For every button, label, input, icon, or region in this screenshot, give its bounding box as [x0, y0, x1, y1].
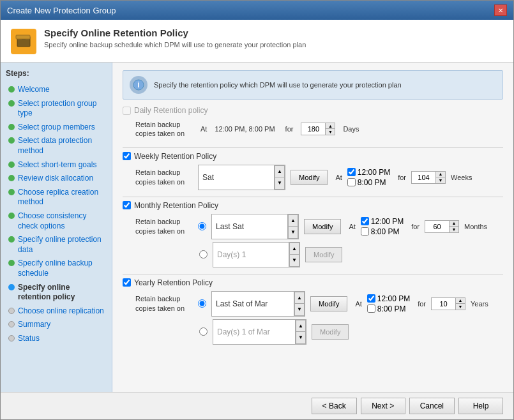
sidebar-item-label: Choose consistency check options	[18, 211, 104, 231]
sidebar-item-group-members[interactable]: Select group members	[6, 121, 107, 135]
back-button[interactable]: < Back	[312, 398, 357, 414]
content-info-text: Specify the retention policy which DPM w…	[154, 81, 402, 89]
dot-icon	[8, 100, 15, 107]
yearly-retention-checkbox[interactable]	[123, 278, 131, 287]
monthly-radio1[interactable]	[198, 222, 206, 230]
daily-days-down[interactable]: ▼	[325, 129, 335, 135]
weekly-retention-checkbox[interactable]	[123, 152, 131, 160]
daily-retain-label: Retain backup copies taken on	[135, 120, 193, 139]
sidebar-item-online-replication[interactable]: Choose online replication	[6, 304, 107, 319]
info-icon: i	[130, 76, 147, 94]
daily-at-label: At	[200, 125, 207, 133]
monthly-select1-value[interactable]: Last Sat	[211, 214, 288, 239]
sidebar-item-summary[interactable]: Summary	[6, 318, 107, 332]
yearly-select1-value[interactable]: Last Sat of Mar	[211, 291, 294, 317]
weekly-day-select: Sat ▲ ▼	[198, 165, 285, 190]
close-button[interactable]: ✕	[494, 4, 507, 16]
title-bar: Create New Protection Group ✕	[1, 1, 513, 20]
yearly-years-down[interactable]: ▼	[455, 304, 465, 310]
yearly-radio1[interactable]	[198, 299, 206, 308]
weekly-modify-button[interactable]: Modify	[291, 170, 328, 185]
sidebar-item-status[interactable]: Status	[6, 332, 107, 346]
sidebar-item-data-protection-method[interactable]: Select data protection method	[6, 134, 107, 158]
yearly-select2-down[interactable]: ▼	[296, 331, 306, 344]
sidebar-item-online-protection-data[interactable]: Specify online protection data	[6, 233, 107, 257]
weekly-weeks-down[interactable]: ▼	[435, 177, 446, 184]
sidebar-item-label: Specify online backup schedule	[18, 259, 104, 278]
sidebar-item-consistency-check[interactable]: Choose consistency check options	[6, 209, 107, 233]
content-area: i Specify the retention policy which DPM…	[112, 63, 513, 392]
monthly-select1-up[interactable]: ▲	[288, 214, 298, 227]
monthly-months-input[interactable]	[425, 220, 449, 233]
yearly-radio2-row: Day(s) 1 of Mar ▲ ▼ Modify	[123, 319, 503, 345]
weekly-time1-checkbox[interactable]	[347, 168, 356, 176]
weekly-weeks-unit: Weeks	[451, 174, 472, 181]
weekly-time2-checkbox[interactable]	[347, 178, 356, 186]
page-subtitle: Specify online backup schedule which DPM…	[44, 41, 306, 49]
monthly-modify-button2[interactable]: Modify	[305, 247, 342, 262]
weekly-retention-section: Weekly Retention Policy Retain backup co…	[123, 152, 503, 190]
daily-retention-checkbox[interactable]	[123, 107, 131, 115]
yearly-modify-button2[interactable]: Modify	[312, 324, 349, 340]
sidebar-item-online-backup-schedule[interactable]: Specify online backup schedule	[6, 257, 107, 280]
weekly-weeks-input[interactable]	[411, 171, 435, 184]
weekly-day-value[interactable]: Sat	[198, 165, 275, 190]
sidebar-item-protection-group-type[interactable]: Select protection group type	[6, 97, 107, 121]
weekly-weeks-spinner: ▲ ▼	[411, 171, 446, 184]
weekly-day-down[interactable]: ▼	[275, 177, 285, 190]
yearly-retention-header: Yearly Retention Policy	[123, 278, 503, 287]
monthly-select2-down[interactable]: ▼	[289, 254, 299, 267]
monthly-select1-down[interactable]: ▼	[288, 226, 298, 239]
header-text: Specify Online Retention Policy Specify …	[44, 27, 306, 49]
next-button[interactable]: Next >	[361, 398, 405, 414]
sidebar-item-label: Specify online protection data	[18, 235, 104, 255]
cancel-button[interactable]: Cancel	[409, 398, 455, 414]
weekly-retention-label: Weekly Retention Policy	[134, 152, 216, 161]
page-title: Specify Online Retention Policy	[44, 27, 306, 38]
monthly-time1-checkbox[interactable]	[361, 217, 369, 225]
sidebar-item-label: Specify online retention policy	[18, 283, 104, 303]
monthly-retain-label: Retain backup copies taken on	[135, 217, 193, 236]
weekly-weeks-up[interactable]: ▲	[435, 171, 446, 177]
sidebar-item-welcome[interactable]: Welcome	[6, 83, 107, 97]
monthly-modify-button[interactable]: Modify	[304, 219, 341, 234]
yearly-years-up[interactable]: ▲	[455, 297, 465, 304]
yearly-modify-button[interactable]: Modify	[310, 296, 347, 311]
monthly-months-down[interactable]: ▼	[449, 227, 459, 233]
yearly-select1-down[interactable]: ▼	[294, 303, 305, 316]
weekly-retention-header: Weekly Retention Policy	[123, 152, 503, 161]
yearly-time1-checkbox[interactable]	[367, 294, 375, 303]
sidebar-item-short-term-goals[interactable]: Select short-term goals	[6, 158, 107, 172]
main-content: Steps: Welcome Select protection group t…	[1, 63, 513, 392]
content-info-header: i Specify the retention policy which DPM…	[123, 70, 503, 100]
daily-days-input[interactable]	[301, 123, 325, 135]
help-button[interactable]: Help	[458, 398, 503, 414]
monthly-at-label: At	[349, 223, 355, 230]
monthly-retention-checkbox[interactable]	[123, 201, 131, 209]
yearly-years-unit: Years	[471, 300, 488, 308]
yearly-radio2[interactable]	[199, 327, 208, 336]
yearly-at-label: At	[355, 300, 361, 308]
yearly-select2-up[interactable]: ▲	[296, 320, 306, 332]
sidebar-item-replica-creation[interactable]: Choose replica creation method	[6, 186, 107, 209]
dot-icon	[8, 335, 15, 341]
yearly-select2-value[interactable]: Day(s) 1 of Mar	[213, 319, 296, 345]
weekly-day-up[interactable]: ▲	[275, 165, 285, 177]
weekly-time-block: 12:00 PM 8:00 PM	[347, 168, 390, 187]
monthly-time-block: 12:00 PM 8:00 PM	[361, 217, 404, 236]
daily-days-up[interactable]: ▲	[325, 123, 335, 129]
weekly-retain-row: Retain backup copies taken on Sat ▲ ▼ Mo…	[123, 165, 503, 190]
sidebar-item-disk-allocation[interactable]: Review disk allocation	[6, 172, 107, 186]
monthly-months-up[interactable]: ▲	[449, 220, 459, 227]
monthly-select2-up[interactable]: ▲	[289, 243, 299, 255]
yearly-years-input[interactable]	[431, 297, 455, 310]
weekly-time1: 12:00 PM	[358, 168, 390, 177]
monthly-time2-checkbox[interactable]	[361, 227, 369, 236]
sidebar-item-label: Select short-term goals	[18, 160, 96, 170]
monthly-radio2[interactable]	[199, 250, 208, 259]
yearly-time2-checkbox[interactable]	[367, 304, 375, 313]
monthly-months-spinners: ▲ ▼	[449, 220, 459, 233]
monthly-select2-value[interactable]: Day(s) 1	[213, 242, 289, 267]
yearly-for-label: for	[418, 300, 426, 308]
yearly-select1-up[interactable]: ▲	[294, 292, 305, 304]
